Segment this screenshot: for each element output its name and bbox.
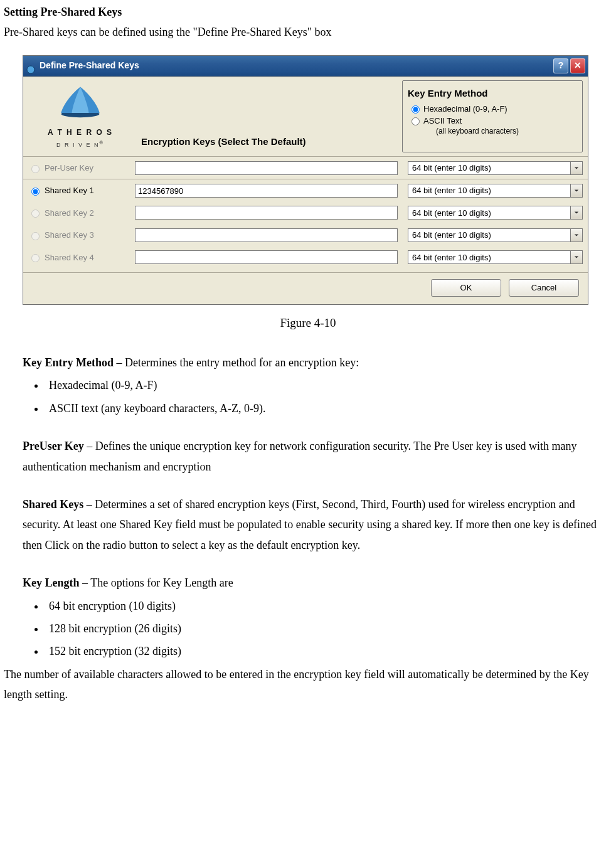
help-button[interactable]: ? [553,58,568,73]
shared4-input[interactable] [135,250,398,264]
shared1-label-text: Shared Key 1 [45,183,94,198]
logo-text: A T H E R O S [27,126,134,140]
cancel-button[interactable]: Cancel [509,279,579,297]
section-key-length: Key Length – The options for Key Length … [23,573,612,662]
encryption-header: Encryption Keys (Select The Default) [141,133,306,152]
tail-note: The number of available characters allow… [4,664,612,705]
shared4-keylen-value: 64 bit (enter 10 digits) [412,250,491,265]
section-key-entry-method: Key Entry Method – Determines the entry … [23,353,612,418]
dialog-window: Define Pre-Shared Keys ? ✕ A T H E R O S… [23,55,588,305]
preuser-section-label: PreUser Key [23,440,84,452]
shared3-keylen-select[interactable]: 64 bit (enter 10 digits) [408,228,583,242]
figure-caption: Figure 4-10 [4,312,612,334]
chevron-down-icon [570,251,582,263]
list-item: 64 bit encryption (10 digits) [45,596,612,616]
radio-shared1[interactable] [31,188,40,196]
peruser-label-text: Per-User Key [45,161,93,175]
shared2-label-text: Shared Key 2 [45,206,94,220]
radio-peruser [31,165,40,173]
chevron-down-icon [570,229,582,242]
peruser-keylen-value: 64 bit (enter 10 digits) [412,161,491,175]
shared1-keylen-select[interactable]: 64 bit (enter 10 digits) [408,184,583,198]
titlebar: Define Pre-Shared Keys ? ✕ [23,56,588,77]
keylen-section-label: Key Length [23,576,80,589]
dialog-body: A T H E R O S D R I V E N® Encryption Ke… [23,77,588,304]
label-kem-ascii-sub: (all keyboard characters) [436,127,519,137]
peruser-row-label: Per-User Key [23,157,130,179]
shared3-input[interactable] [135,228,398,242]
section-shared-keys: Shared Keys – Determines a set of shared… [23,494,612,555]
kem-title: Key Entry Method [408,85,577,102]
shared3-keylen-value: 64 bit (enter 10 digits) [412,228,491,242]
shared-section-desc: – Determines a set of shared encryption … [23,498,597,551]
radio-shared3 [31,232,40,240]
shared2-keylen-value: 64 bit (enter 10 digits) [412,206,491,220]
app-icon [26,61,36,71]
kem-section-label: Key Entry Method [23,356,114,369]
shared1-input[interactable] [135,184,398,198]
section-preuser: PreUser Key – Defines the unique encrypt… [23,436,612,477]
keylen-section-desc: – The options for Key Length are [80,576,233,589]
shared2-row-label: Shared Key 2 [23,202,130,224]
shared4-keylen-select[interactable]: 64 bit (enter 10 digits) [408,250,583,264]
list-item: 152 bit encryption (32 digits) [45,641,612,661]
svg-point-0 [27,66,35,73]
label-kem-hex: Hexadecimal (0-9, A-F) [423,104,507,115]
key-entry-method-group: Key Entry Method Hexadecimal (0-9, A-F) … [402,80,583,152]
titlebar-text: Define Pre-Shared Keys [40,58,551,73]
shared1-row-label: Shared Key 1 [23,179,130,201]
shared3-row-label: Shared Key 3 [23,224,130,246]
close-button[interactable]: ✕ [570,58,585,73]
shared2-keylen-select[interactable]: 64 bit (enter 10 digits) [408,206,583,220]
shared-section-label: Shared Keys [23,498,83,511]
chevron-down-icon [570,184,582,197]
intro-text: Pre-Shared keys can be defined using the… [4,22,612,42]
radio-kem-hex[interactable] [412,105,420,114]
chevron-down-icon [570,162,582,174]
kem-section-desc: – Determines the entry method for an enc… [114,356,359,369]
peruser-keylen-select[interactable]: 64 bit (enter 10 digits) [408,161,583,175]
ok-button[interactable]: OK [431,279,501,297]
shared1-keylen-value: 64 bit (enter 10 digits) [412,183,491,198]
radio-kem-ascii[interactable] [412,117,420,125]
shared2-input[interactable] [135,206,398,220]
preuser-section-desc: – Defines the unique encryption key for … [23,440,577,472]
list-item: ASCII text (any keyboard characters, A-Z… [45,398,612,418]
logo-sub: D R I V E N® [27,139,134,150]
list-item: Hexadecimal (0-9, A-F) [45,375,612,395]
peruser-input[interactable] [135,161,398,175]
shared4-label-text: Shared Key 4 [45,250,94,265]
radio-shared4 [31,254,40,262]
chevron-down-icon [570,206,582,219]
list-item: 128 bit encryption (26 digits) [45,618,612,639]
shared4-row-label: Shared Key 4 [23,247,130,268]
radio-shared2 [31,210,40,218]
page-heading: Setting Pre-Shared Keys [4,5,612,19]
label-kem-ascii: ASCII Text [423,116,462,125]
shared3-label-text: Shared Key 3 [45,228,94,242]
atheros-logo: A T H E R O S D R I V E N® [23,77,137,156]
